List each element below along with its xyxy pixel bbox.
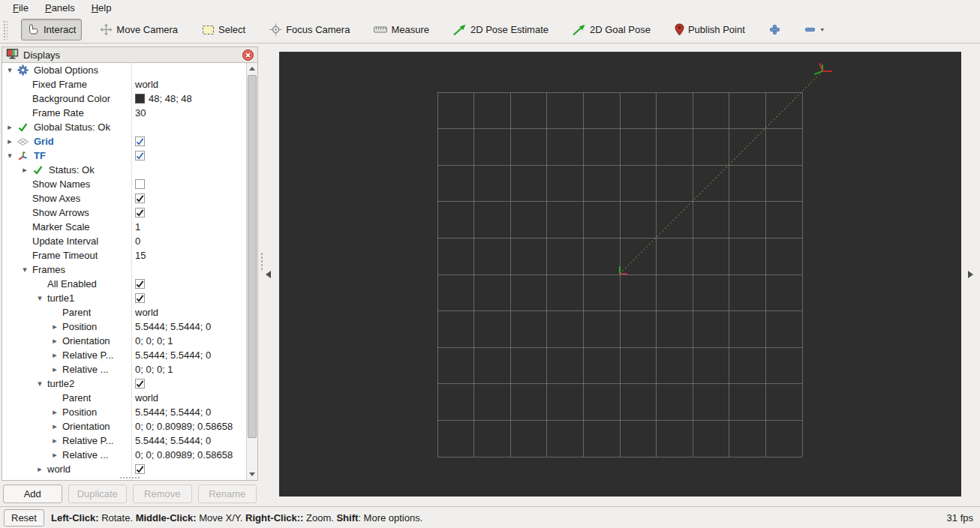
checkbox[interactable] [135, 208, 145, 218]
expand-arrow-icon[interactable]: ▸ [47, 422, 62, 431]
checkbox[interactable] [135, 179, 145, 189]
tree-row-marker-scale[interactable]: Marker Scale1 [2, 220, 246, 234]
collapse-arrow-icon[interactable]: ▾ [32, 379, 47, 388]
tree-row-orientation[interactable]: ▸Orientation0; 0; 0; 1 [2, 334, 246, 348]
tree-label: Status: Ok [49, 164, 95, 176]
tree-row-turtle2[interactable]: ▾turtle2 [2, 376, 246, 391]
tool-focus-camera[interactable]: Focus Camera [263, 19, 356, 40]
tree-row-orientation[interactable]: ▸Orientation0; 0; 0.80989; 0.58658 [2, 419, 246, 434]
tree-row-position[interactable]: ▸Position5.5444; 5.5444; 0 [2, 320, 246, 334]
collapse-arrow-icon[interactable]: ▾ [32, 293, 47, 303]
tree-row-tf[interactable]: ▾TF [2, 148, 246, 163]
scrollbar-thumb[interactable] [248, 75, 257, 438]
tool-publish-point[interactable]: Publish Point [669, 19, 751, 40]
toolbar-drag-handle[interactable] [3, 20, 8, 40]
dropdown-caret-icon[interactable]: ▾ [821, 26, 824, 33]
tree-scrollbar[interactable] [246, 63, 257, 480]
scrollbar-track[interactable] [247, 74, 257, 469]
expand-arrow-icon[interactable]: ▸ [47, 364, 62, 374]
3d-scene[interactable] [279, 52, 961, 496]
tree-label: Parent [62, 392, 91, 404]
tool-interact[interactable]: Interact [21, 19, 82, 40]
expand-arrow-icon[interactable]: ▸ [47, 407, 62, 417]
tree-row-frames[interactable]: ▾Frames [2, 262, 246, 277]
value-text: 15 [135, 250, 146, 261]
tree-row-parent[interactable]: Parentworld [2, 305, 246, 320]
tree-row-global-options[interactable]: ▾Global Options [2, 63, 246, 77]
tree-row-parent[interactable]: Parentworld [2, 391, 246, 405]
tool-label: 2D Goal Pose [590, 24, 651, 35]
value-text: world [135, 307, 158, 318]
tree-label: Background Color [32, 93, 110, 104]
displays-panel-header[interactable]: Displays [2, 46, 258, 63]
tree-row-relative[interactable]: ▸Relative ...0; 0; 0; 1 [2, 362, 246, 376]
scroll-down-icon[interactable] [247, 469, 257, 480]
tool-move-camera[interactable]: Move Camera [94, 19, 184, 40]
collapse-arrow-icon[interactable]: ▾ [2, 65, 17, 75]
tree-row-relative-p[interactable]: ▸Relative P...5.5444; 5.5444; 0 [2, 348, 246, 362]
checkbox[interactable] [135, 194, 145, 203]
expand-arrow-icon[interactable]: ▸ [2, 122, 17, 132]
tool-label: 2D Pose Estimate [470, 24, 549, 35]
checkbox[interactable] [135, 293, 145, 303]
expand-arrow-icon[interactable]: ▸ [47, 322, 62, 332]
tree-row-background-color[interactable]: Background Color48; 48; 48 [2, 92, 246, 106]
menu-bar: FilePanelsHelp [0, 0, 980, 16]
tool-2d-goal-pose[interactable]: 2D Goal Pose [567, 20, 657, 40]
expand-arrow-icon[interactable]: ▸ [47, 336, 62, 346]
tool-2d-pose-estimate[interactable]: 2D Pose Estimate [447, 20, 555, 40]
tree-resize-handle[interactable] [119, 476, 140, 480]
tree-row-turtle1[interactable]: ▾turtle1 [2, 291, 246, 305]
menu-panels[interactable]: Panels [37, 1, 83, 16]
splitter-grip[interactable] [260, 252, 264, 272]
tree-row-relative-p[interactable]: ▸Relative P...5.5444; 5.5444; 0 [2, 434, 246, 448]
tree-row-relative[interactable]: ▸Relative ...0; 0; 0.80989; 0.58658 [2, 448, 246, 462]
tool-measure[interactable]: Measure [368, 20, 435, 40]
tree-row-update-interval[interactable]: Update Interval0 [2, 234, 246, 248]
fps-counter: 31 fps [947, 512, 976, 524]
tool-plus[interactable] [763, 20, 786, 40]
checkbox[interactable] [135, 279, 145, 289]
tool-label: Measure [391, 24, 429, 35]
tree-row-status-ok[interactable]: ▸Status: Ok [2, 163, 246, 177]
checkbox[interactable] [135, 151, 145, 160]
render-viewport[interactable] [279, 52, 961, 496]
tree-row-global-status-ok[interactable]: ▸Global Status: Ok [2, 120, 246, 134]
tree-row-fixed-frame[interactable]: Fixed Frameworld [2, 77, 246, 92]
add-button[interactable]: Add [3, 484, 62, 503]
tree-row-world[interactable]: ▸world [2, 462, 246, 476]
tree-row-grid[interactable]: ▸Grid [2, 134, 246, 148]
collapse-left-icon[interactable] [266, 271, 271, 278]
collapse-arrow-icon[interactable]: ▾ [2, 151, 17, 160]
tree-row-position[interactable]: ▸Position5.5444; 5.5444; 0 [2, 405, 246, 419]
tree-row-show-names[interactable]: Show Names [2, 177, 246, 191]
expand-arrow-icon[interactable]: ▸ [47, 350, 62, 360]
collapse-arrow-icon[interactable]: ▾ [17, 265, 32, 274]
tree-row-show-arrows[interactable]: Show Arrows [2, 206, 246, 220]
expand-arrow-icon[interactable]: ▸ [17, 165, 32, 175]
status-bar: Reset Left-Click: Rotate. Middle-Click: … [0, 506, 980, 528]
menu-help[interactable]: Help [83, 1, 120, 16]
tree-row-frame-timeout[interactable]: Frame Timeout15 [2, 248, 246, 262]
tree-row-show-axes[interactable]: Show Axes [2, 191, 246, 206]
tree-row-frame-rate[interactable]: Frame Rate30 [2, 106, 246, 120]
gear-icon [17, 64, 29, 76]
tool-select[interactable]: Select [196, 19, 251, 40]
checkbox[interactable] [135, 136, 145, 146]
expand-arrow-icon[interactable]: ▸ [47, 436, 62, 446]
tree-row-all-enabled[interactable]: All Enabled [2, 277, 246, 291]
expand-arrow-icon[interactable]: ▸ [2, 136, 17, 146]
expand-arrow-icon[interactable]: ▸ [47, 450, 62, 460]
tree-label: turtle1 [47, 292, 74, 304]
reset-button[interactable]: Reset [4, 509, 44, 526]
scroll-up-icon[interactable] [247, 63, 257, 74]
checkbox[interactable] [135, 464, 145, 474]
collapse-right-icon[interactable] [968, 271, 973, 278]
expand-arrow-icon[interactable]: ▸ [32, 464, 47, 474]
close-icon[interactable] [242, 50, 254, 61]
menu-file[interactable]: File [5, 1, 37, 16]
panel-splitter[interactable] [258, 44, 279, 506]
tree-label: Frames [32, 264, 65, 275]
checkbox[interactable] [135, 379, 145, 388]
tool-minus[interactable]: ▾ [798, 22, 830, 38]
